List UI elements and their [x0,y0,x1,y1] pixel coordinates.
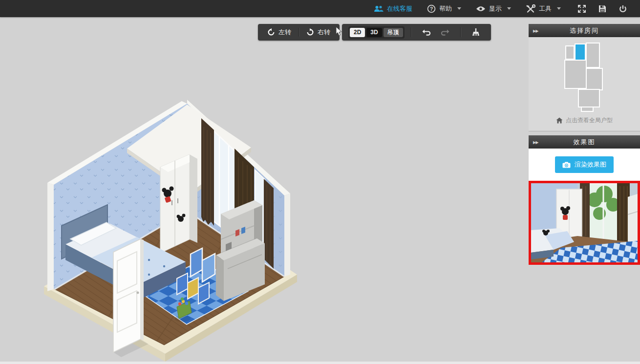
rotate-right-icon [306,28,314,36]
users-icon [374,5,384,12]
question-circle-icon: ? [427,4,436,13]
select-room-panel-header[interactable]: ▶▶ 选择房间 [529,24,640,37]
topbar: 在线客服 ? 帮助 显示 工具 [0,0,640,17]
help-label: 帮助 [439,4,452,13]
rotate-right-button[interactable]: 右转 [299,24,338,41]
rotate-left-label: 左转 [278,28,291,37]
render-panel-header[interactable]: ▶▶ 效果图 [529,135,640,149]
view-mode-switch: 2D 3D 吊顶 [348,26,405,39]
collapse-chevrons-icon[interactable]: ▶▶ [533,140,538,144]
rotate-right-label: 右转 [318,28,330,37]
window-actions [572,0,633,17]
chevron-down-icon [457,7,461,10]
view-whole-plan-link[interactable]: 点击查看全局户型 [556,116,613,125]
home-icon [556,117,563,124]
render-thumbnail-selected[interactable] [529,181,640,265]
rotate-left-icon [267,28,275,36]
chevron-down-icon [557,7,561,10]
online-service-button[interactable]: 在线客服 [374,4,412,13]
divider [460,27,461,37]
svg-text:?: ? [430,6,433,12]
display-menu[interactable]: 显示 [476,4,511,13]
render-image-label: 渲染效果图 [575,160,606,169]
fullscreen-icon [577,4,586,13]
collapse-chevrons-icon[interactable]: ▶▶ [533,28,538,33]
render-panel-title: 效果图 [574,138,596,147]
mode-3d-button[interactable]: 3D [366,28,382,37]
undo-button[interactable] [418,24,436,41]
view-whole-plan-label: 点击查看全局户型 [566,116,613,125]
power-button[interactable] [613,0,633,17]
wardrobe[interactable] [160,154,197,253]
room-3d-canvas[interactable] [44,98,318,364]
desk[interactable] [216,200,265,301]
power-icon [619,4,627,13]
camera-icon [562,162,571,168]
eye-icon [476,6,486,12]
room-3d-view [44,98,318,364]
minimap-selected-room [575,44,585,60]
render-image-button[interactable]: 渲染效果图 [555,156,614,173]
tools-label: 工具 [539,4,552,13]
mode-ceiling-button[interactable]: 吊顶 [384,28,403,37]
divider [411,27,411,37]
redo-icon [440,28,449,36]
view-toolbar: 2D 3D 吊顶 [342,24,491,41]
render-panel: 渲染效果图 [529,149,640,181]
online-service-label: 在线客服 [387,4,412,13]
display-label: 显示 [489,4,502,13]
tools-menu[interactable]: 工具 [526,4,561,13]
fullscreen-button[interactable] [572,0,592,17]
door[interactable] [113,239,149,357]
undo-icon [422,28,431,36]
render-thumbnail-image [531,183,638,262]
clear-button[interactable] [467,24,485,41]
chevron-down-icon [507,7,511,10]
floorplan-minimap[interactable] [561,41,608,113]
canvas-scrollbar[interactable] [0,362,640,364]
save-icon [598,4,607,13]
help-menu[interactable]: ? 帮助 [427,4,461,13]
select-room-panel: 点击查看全局户型 [529,37,640,131]
broom-icon [471,28,480,37]
rotate-left-button[interactable]: 左转 [260,24,299,41]
save-button[interactable] [592,0,613,17]
hammer-wrench-icon [526,4,535,13]
select-room-title: 选择房间 [570,26,599,35]
mode-2d-button[interactable]: 2D [350,28,365,37]
redo-button[interactable] [436,24,454,41]
rotate-toolbar: 左转 右转 [258,24,340,41]
